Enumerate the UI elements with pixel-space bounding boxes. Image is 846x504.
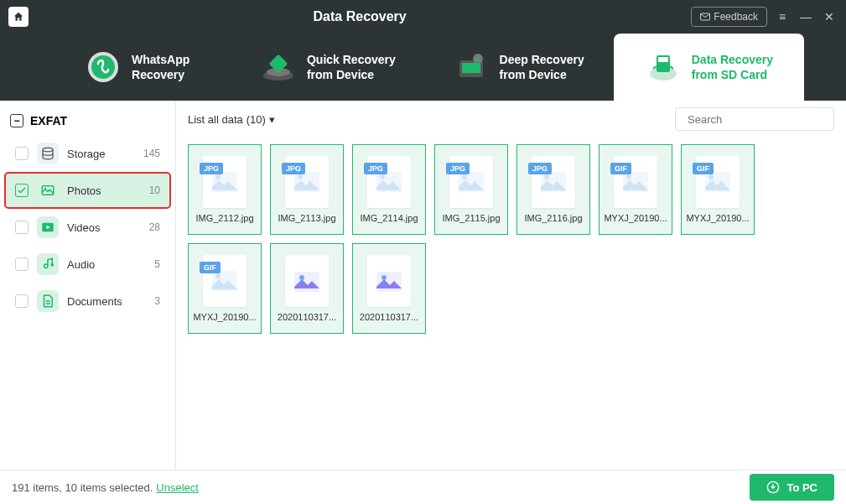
sidebar-items: Storage145Photos10Videos28Audio5Document… [0,136,175,319]
sidebar-item-count: 10 [149,184,160,196]
file-card[interactable]: JPGIMG_2112.jpg [188,144,262,235]
sidebar-item-videos[interactable]: Videos28 [5,210,170,245]
file-card[interactable]: JPGIMG_2116.jpg [516,144,590,235]
videos-icon [37,216,59,238]
file-card[interactable]: JPGIMG_2115.jpg [434,144,508,235]
sidebar-item-label: Photos [67,184,141,197]
file-card[interactable]: JPGIMG_2114.jpg [352,144,426,235]
file-thumb: JPG [532,156,575,208]
file-type-badge: JPG [200,163,223,174]
sidebar-item-count: 145 [143,148,160,159]
file-card[interactable]: GIFMYXJ_20190... [681,144,755,235]
svg-point-14 [44,188,46,190]
file-thumb [367,255,411,307]
search-box[interactable] [675,107,834,131]
sidebar-item-label: Audio [67,258,146,271]
tab-icon [453,49,490,86]
file-card[interactable]: GIFMYXJ_20190... [188,243,262,334]
file-name: MYXJ_20190... [685,213,750,223]
file-type-badge: GIF [610,163,631,174]
search-input[interactable] [688,113,828,126]
sidebar-item-count: 28 [149,221,160,233]
body: − EXFAT Storage145Photos10Videos28Audio5… [0,101,846,470]
sidebar-item-audio[interactable]: Audio5 [5,247,170,282]
file-type-badge: JPG [282,163,305,174]
tab-icon [85,49,122,86]
app-header: Data Recovery Feedback ≡ — ✕ WhatsAppRec… [0,0,846,101]
mail-icon [700,13,710,21]
audio-icon [37,253,59,275]
download-icon [766,481,780,494]
checkbox[interactable] [15,221,29,234]
sidebar-item-count: 5 [154,258,160,270]
tab-label: WhatsAppRecovery [132,52,189,82]
close-icon: ✕ [824,10,834,23]
file-thumb: JPG [367,156,411,208]
sidebar-item-storage[interactable]: Storage145 [5,136,170,171]
main-panel: List all data (10) ▾ JPGIMG_2112.jpgJPGI… [176,101,846,470]
storage-icon [37,143,59,164]
app-title: Data Recovery [29,9,691,24]
tab-whatsapp[interactable]: WhatsAppRecovery [42,34,232,101]
filter-dropdown[interactable]: List all data (10) ▾ [188,113,275,126]
to-pc-button[interactable]: To PC [750,474,834,501]
checkbox[interactable] [15,257,29,271]
svg-point-16 [50,263,54,267]
file-thumb: GIF [696,156,740,208]
checkbox[interactable] [15,184,29,197]
hamburger-icon: ≡ [779,10,786,23]
sidebar-item-documents[interactable]: Documents3 [5,283,170,319]
svg-rect-11 [658,57,668,62]
svg-point-22 [215,174,221,179]
docs-icon [37,290,59,312]
filter-count: (10) [247,113,266,126]
minimize-button[interactable]: — [797,8,814,25]
tab-data-recovery[interactable]: Data Recoveryfrom SD Card [614,34,804,101]
file-card[interactable]: 2020110317... [270,243,344,334]
tab-label: Deep Recoveryfrom Device [500,52,584,82]
volume-name: EXFAT [30,114,67,127]
svg-point-30 [544,174,549,179]
sidebar-item-label: Storage [67,148,135,160]
file-type-badge: JPG [528,163,552,174]
tab-quick-recovery[interactable]: Quick Recoveryfrom Device [232,34,423,101]
file-name: 2020110317... [274,312,340,322]
file-name: IMG_2115.jpg [439,213,504,223]
sidebar-item-photos[interactable]: Photos10 [5,173,170,208]
svg-point-38 [299,275,304,280]
checkbox[interactable] [15,294,29,308]
svg-point-40 [381,275,387,280]
svg-point-12 [43,148,53,152]
photos-icon [37,179,59,201]
file-name: IMG_2116.jpg [521,213,586,223]
feedback-button[interactable]: Feedback [691,7,767,27]
footer: 191 items, 10 items selected. Unselect T… [0,470,846,504]
file-thumb: JPG [449,156,493,208]
file-name: IMG_2113.jpg [274,213,340,223]
filter-label: List all data [188,113,243,126]
unselect-link[interactable]: Unselect [156,481,199,494]
file-card[interactable]: GIFMYXJ_20190... [599,144,672,235]
menu-button[interactable]: ≡ [774,8,791,25]
svg-point-34 [708,174,714,179]
close-button[interactable]: ✕ [821,8,838,25]
sidebar-item-count: 3 [154,295,160,307]
sidebar-volume-header[interactable]: − EXFAT [0,107,175,134]
tab-icon [645,49,682,86]
svg-point-28 [462,174,467,179]
file-name: IMG_2112.jpg [192,213,257,223]
checkbox[interactable] [15,147,29,160]
file-thumb: JPG [203,156,247,208]
sidebar-item-label: Videos [67,221,141,234]
file-name: MYXJ_20190... [192,312,257,322]
tab-label: Quick Recoveryfrom Device [307,52,396,82]
tab-deep-recovery[interactable]: Deep Recoveryfrom Device [423,34,614,101]
file-type-badge: JPG [364,163,387,174]
file-thumb: JPG [285,156,329,208]
file-card[interactable]: 2020110317... [352,243,426,334]
svg-rect-39 [376,272,402,292]
file-thumb [285,255,329,307]
svg-point-26 [380,174,385,179]
file-card[interactable]: JPGIMG_2113.jpg [270,144,344,235]
home-button[interactable] [8,7,29,27]
